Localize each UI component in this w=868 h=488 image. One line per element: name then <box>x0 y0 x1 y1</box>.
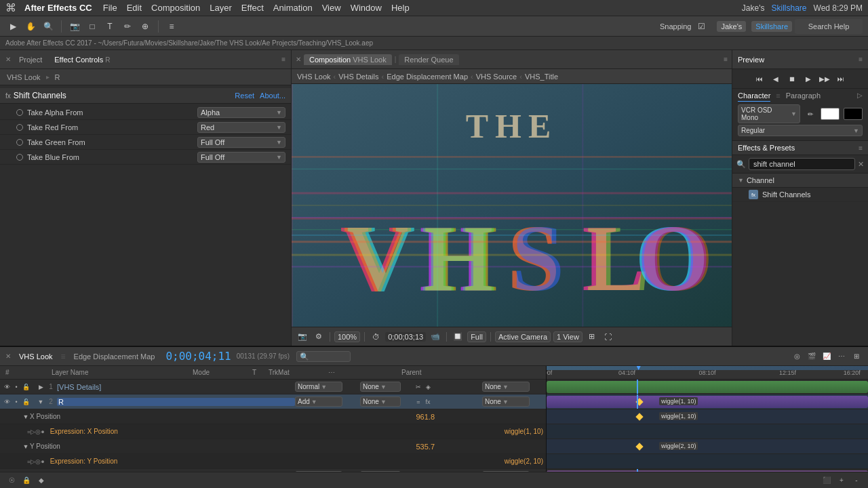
shift-channels-item[interactable]: fx Shift Channels <box>732 188 868 202</box>
snapping-toggle[interactable]: ☑ <box>694 19 709 34</box>
menu-edit[interactable]: Edit <box>127 3 142 13</box>
puppet-tool[interactable]: ⊕ <box>138 19 153 34</box>
track-clip-3[interactable] <box>547 470 868 472</box>
row2-eye[interactable]: 👁 <box>3 398 11 406</box>
timecode-snap-btn[interactable]: ⏱ <box>369 330 382 344</box>
xpos-expand[interactable]: ▼ <box>22 413 30 421</box>
zoom-selector[interactable]: 100% <box>334 331 360 342</box>
snapshot-btn[interactable]: 📷 <box>296 330 309 344</box>
zoom-tool[interactable]: 🔍 <box>41 19 56 34</box>
breadcrumb-edge[interactable]: Edge Displacement Map <box>387 73 468 81</box>
left-panel-close[interactable]: ✕ <box>5 56 11 63</box>
breadcrumb-vhsdetails[interactable]: VHS Details <box>338 73 378 81</box>
menu-layer[interactable]: Layer <box>210 3 232 13</box>
tl-motion-btn[interactable]: ⋯ <box>835 350 848 363</box>
row1-trkmat-dropdown[interactable]: None ▼ <box>360 382 401 392</box>
tl-solo-toggle[interactable]: ☉ <box>5 474 18 487</box>
tl-render-btn[interactable]: 🎬 <box>806 350 818 363</box>
tab-effect-controls[interactable]: Effect Controls R <box>50 54 114 65</box>
transport-prev-frame[interactable]: ◀ <box>769 72 783 85</box>
search-help-btn[interactable]: Search Help <box>795 19 863 34</box>
menu-composition[interactable]: Composition <box>151 3 200 13</box>
row1-solo[interactable]: • <box>12 383 20 391</box>
preview-menu[interactable]: ≡ <box>859 56 863 63</box>
char-panel-expand[interactable]: ▷ <box>857 92 863 102</box>
workspace-btn-jakes[interactable]: Jake's <box>717 21 746 32</box>
menu-help[interactable]: Help <box>391 3 410 13</box>
hand-tool[interactable]: ✋ <box>23 19 38 34</box>
quality-selector[interactable]: Full <box>467 331 486 342</box>
font-color-black[interactable] <box>844 108 863 120</box>
effect-reset-btn[interactable]: Reset <box>235 92 254 100</box>
pen-tool[interactable]: ✏ <box>120 19 135 34</box>
apple-menu[interactable]: ⌘ <box>5 1 16 14</box>
row2-fx-icon[interactable]: fx <box>424 398 432 406</box>
row2-name[interactable]: R <box>57 398 295 406</box>
workspace-btn-skillshare[interactable]: Skillshare <box>751 21 792 32</box>
blue-dropdown[interactable]: Full Off ▼ <box>197 152 285 163</box>
row2-trkmat-dropdown[interactable]: None ▼ <box>360 396 401 407</box>
tl-graph-btn[interactable]: 📈 <box>821 350 833 363</box>
camera-selector[interactable]: Active Camera <box>495 331 551 342</box>
row1-mask-icon[interactable]: ◈ <box>424 383 432 391</box>
track-clip-1[interactable] <box>547 381 868 393</box>
camera-tool[interactable]: 📷 <box>67 19 82 34</box>
timeline-tab-vhslook[interactable]: VHS Look <box>15 351 57 362</box>
row2-solo[interactable]: • <box>12 398 20 406</box>
keyframe-x[interactable] <box>635 413 643 420</box>
effects-search-input[interactable] <box>749 158 855 170</box>
left-panel-menu-icon[interactable]: ≡ <box>281 56 285 63</box>
rect-tool[interactable]: □ <box>85 19 100 34</box>
comp-tab-vhslook[interactable]: Composition VHS Look <box>304 54 392 65</box>
timecode-display[interactable]: 0;00;03;13 <box>385 332 426 342</box>
font-color-white[interactable] <box>821 108 840 120</box>
workspace-skillshare[interactable]: Skillshare <box>771 3 806 13</box>
cam-btn[interactable]: 📹 <box>429 330 442 344</box>
breadcrumb-vhstitle[interactable]: VHS_Title <box>525 73 558 81</box>
timeline-close[interactable]: ✕ <box>5 352 11 360</box>
row1-lock[interactable]: 🔓 <box>22 383 30 391</box>
row1-expand[interactable]: ▶ <box>37 383 45 391</box>
timeline-timecode[interactable]: 0;00;04;11 <box>165 350 231 363</box>
xpos-value[interactable]: 961.8 <box>416 413 435 421</box>
transport-play[interactable]: ▶ <box>802 72 815 85</box>
menu-window[interactable]: Window <box>351 3 382 13</box>
font-edit-btn[interactable]: ✏ <box>803 106 818 121</box>
effects-panel-menu[interactable]: ≡ <box>859 144 863 152</box>
style-dropdown[interactable]: Regular ▼ <box>738 125 863 136</box>
tl-zoom-out[interactable]: - <box>850 474 863 487</box>
timeline-tab-edge[interactable]: Edge Displacement Map <box>70 351 159 362</box>
menu-view[interactable]: View <box>322 3 341 13</box>
keyframe-y[interactable] <box>635 443 643 450</box>
comp-panel-menu[interactable]: ≡ <box>724 56 728 63</box>
row1-fx-icon[interactable]: ✂ <box>414 383 422 391</box>
yexpr-code[interactable]: wiggle(2, 10) <box>505 458 543 465</box>
tl-add-marker[interactable]: ◆ <box>35 474 47 487</box>
grid-btn[interactable]: ⊞ <box>585 330 599 344</box>
viewer-settings-btn[interactable]: ⚙ <box>312 330 326 344</box>
transport-to-end[interactable]: ⏭ <box>834 72 848 85</box>
render-queue-tab[interactable]: Render Queue <box>399 54 458 65</box>
tab-project[interactable]: Project <box>15 54 46 65</box>
timeline-search[interactable] <box>296 351 351 362</box>
ypos-expand[interactable]: ▼ <box>22 443 30 451</box>
row2-motion-icon[interactable]: = <box>414 398 422 406</box>
red-dropdown[interactable]: Red ▼ <box>197 122 285 133</box>
breadcrumb-vhslook[interactable]: VHS Look <box>297 73 331 81</box>
transport-stop[interactable]: ⏹ <box>785 72 799 85</box>
row1-mode-dropdown[interactable]: Normal ▼ <box>295 382 342 392</box>
menu-animation[interactable]: Animation <box>273 3 313 13</box>
tl-solo-btn[interactable]: ◎ <box>791 350 803 363</box>
row2-lock[interactable]: 🔓 <box>22 398 30 406</box>
row1-parent-dropdown[interactable]: None ▼ <box>482 382 530 392</box>
track-clip-2[interactable] <box>547 396 868 408</box>
effect-about-btn[interactable]: About... <box>260 92 285 100</box>
row2-expand[interactable]: ▼ <box>37 398 45 406</box>
type-tool[interactable]: T <box>102 19 117 34</box>
effects-search-clear[interactable]: ✕ <box>858 160 864 169</box>
xexpr-code[interactable]: wiggle(1, 10) <box>505 428 543 435</box>
alpha-dropdown[interactable]: Alpha ▼ <box>197 107 285 118</box>
row2-parent-dropdown[interactable]: None ▼ <box>482 396 530 407</box>
channel-category-header[interactable]: ▼ Channel <box>738 176 863 184</box>
comp-close[interactable]: ✕ <box>296 56 301 63</box>
